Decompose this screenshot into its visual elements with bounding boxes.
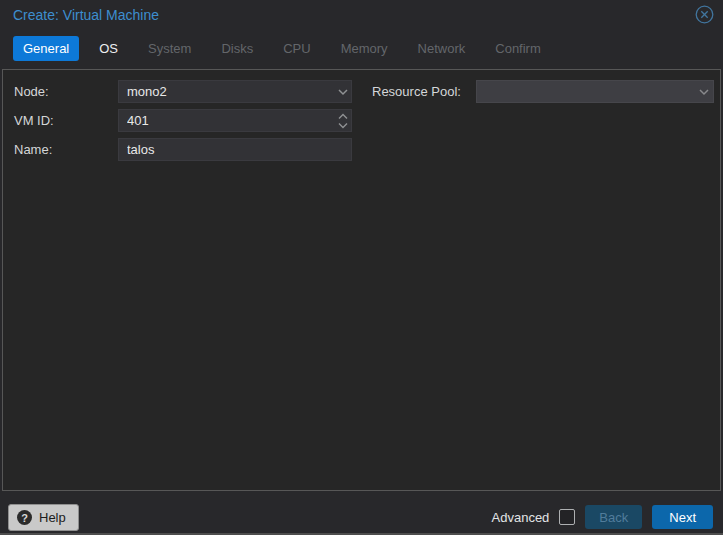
help-button[interactable]: ? Help <box>8 504 79 531</box>
advanced-checkbox[interactable] <box>559 509 575 525</box>
tab-general[interactable]: General <box>13 36 79 61</box>
close-icon[interactable] <box>695 5 714 24</box>
footer-actions: Advanced Back Next <box>492 505 713 529</box>
vmid-spinner-field[interactable] <box>118 109 352 132</box>
back-button[interactable]: Back <box>585 505 642 529</box>
node-label: Node: <box>14 84 49 99</box>
tab-disks[interactable]: Disks <box>211 36 263 61</box>
help-button-label: Help <box>39 510 66 525</box>
general-form-panel: Node: VM ID: Name: Resource Pool: <box>2 69 721 491</box>
resource-pool-combobox[interactable] <box>476 80 714 103</box>
advanced-label: Advanced <box>492 510 550 525</box>
next-button[interactable]: Next <box>652 505 713 529</box>
node-combobox[interactable] <box>118 80 352 103</box>
tab-network[interactable]: Network <box>408 36 476 61</box>
resource-pool-chevron-down-icon[interactable] <box>697 85 711 99</box>
name-label: Name: <box>14 142 52 157</box>
resource-pool-label: Resource Pool: <box>372 84 461 99</box>
node-chevron-down-icon[interactable] <box>336 85 350 99</box>
vmid-label: VM ID: <box>14 113 54 128</box>
dialog-title: Create: Virtual Machine <box>13 7 159 23</box>
tab-confirm[interactable]: Confirm <box>485 36 551 61</box>
name-input[interactable] <box>118 138 352 161</box>
create-vm-dialog: Create: Virtual Machine General OS Syste… <box>0 0 723 535</box>
vmid-spinner-up-icon[interactable] <box>337 112 349 121</box>
wizard-tab-bar: General OS System Disks CPU Memory Netwo… <box>13 36 551 61</box>
tab-memory[interactable]: Memory <box>331 36 398 61</box>
vmid-spinner-down-icon[interactable] <box>337 121 349 130</box>
help-icon: ? <box>17 510 32 525</box>
dialog-titlebar: Create: Virtual Machine <box>0 0 723 30</box>
tab-cpu[interactable]: CPU <box>273 36 320 61</box>
tab-system[interactable]: System <box>138 36 201 61</box>
tab-os[interactable]: OS <box>89 36 128 61</box>
